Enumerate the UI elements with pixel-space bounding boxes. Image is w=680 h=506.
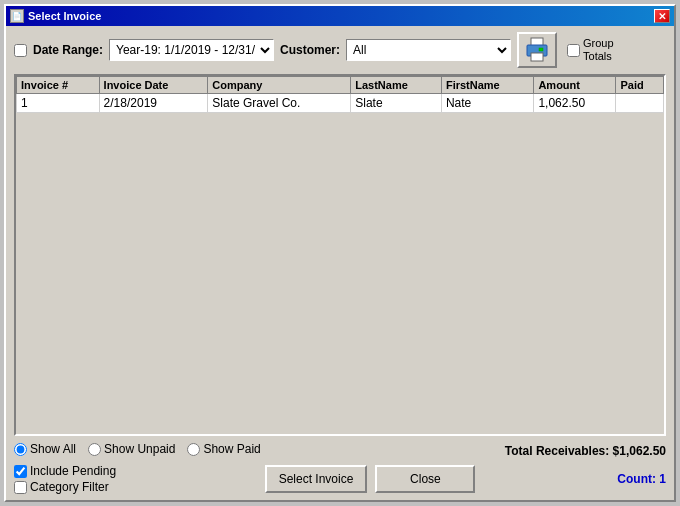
- invoice-table-container: Invoice # Invoice Date Company LastName …: [14, 74, 666, 436]
- window-content: Date Range: Year-19: 1/1/2019 - 12/31/20…: [6, 26, 674, 500]
- total-receivables: Total Receivables: $1,062.50: [505, 444, 666, 458]
- count-label: Count: 1: [616, 472, 666, 486]
- col-amount: Amount: [534, 77, 616, 94]
- group-totals-checkbox-area: Group Totals: [567, 37, 614, 63]
- show-paid-label: Show Paid: [203, 442, 260, 456]
- title-bar-left: 📄 Select Invoice: [10, 9, 101, 23]
- svg-rect-2: [531, 53, 543, 61]
- cell-amount: 1,062.50: [534, 94, 616, 113]
- include-pending-text: Include Pending: [30, 464, 116, 478]
- col-company: Company: [208, 77, 351, 94]
- date-range-checkbox[interactable]: [14, 44, 27, 57]
- group-totals-area: Group Totals: [567, 37, 614, 63]
- toolbar: Date Range: Year-19: 1/1/2019 - 12/31/20…: [14, 32, 666, 68]
- table-row[interactable]: 12/18/2019Slate Gravel Co.SlateNate1,062…: [17, 94, 664, 113]
- cell-paid: [616, 94, 664, 113]
- cell-lastname: Slate: [351, 94, 442, 113]
- main-window: 📄 Select Invoice ✕ Date Range: Year-19: …: [4, 4, 676, 502]
- window-icon: 📄: [10, 9, 24, 23]
- include-pending-label[interactable]: Include Pending: [14, 464, 116, 478]
- show-paid-radio[interactable]: [187, 443, 200, 456]
- select-invoice-button[interactable]: Select Invoice: [265, 465, 368, 493]
- customer-label: Customer:: [280, 43, 340, 57]
- date-range-label: Date Range:: [33, 43, 103, 57]
- col-paid: Paid: [616, 77, 664, 94]
- cell-date: 2/18/2019: [99, 94, 208, 113]
- category-filter-text: Category Filter: [30, 480, 109, 494]
- printer-icon: [523, 36, 551, 64]
- show-unpaid-radio-label[interactable]: Show Unpaid: [88, 442, 175, 456]
- cell-company: Slate Gravel Co.: [208, 94, 351, 113]
- show-all-label: Show All: [30, 442, 76, 456]
- window-title: Select Invoice: [28, 10, 101, 22]
- filter-radio-group: Show All Show Unpaid Show Paid: [14, 442, 261, 456]
- customer-dropdown[interactable]: All: [346, 39, 511, 61]
- cell-invoice: 1: [17, 94, 100, 113]
- category-filter-label[interactable]: Category Filter: [14, 480, 116, 494]
- svg-rect-3: [539, 48, 543, 51]
- show-all-radio-label[interactable]: Show All: [14, 442, 76, 456]
- window-close-button[interactable]: ✕: [654, 9, 670, 23]
- col-lastname: LastName: [351, 77, 442, 94]
- radio-totals-row: Show All Show Unpaid Show Paid Total Rec…: [14, 442, 666, 460]
- show-all-radio[interactable]: [14, 443, 27, 456]
- show-unpaid-label: Show Unpaid: [104, 442, 175, 456]
- cell-firstname: Nate: [441, 94, 533, 113]
- bottom-row: Include Pending Category Filter Select I…: [14, 464, 666, 494]
- bottom-buttons: Select Invoice Close: [130, 465, 610, 493]
- invoice-table: Invoice # Invoice Date Company LastName …: [16, 76, 664, 113]
- include-pending-checkbox[interactable]: [14, 465, 27, 478]
- table-header-row: Invoice # Invoice Date Company LastName …: [17, 77, 664, 94]
- col-invoice-date: Invoice Date: [99, 77, 208, 94]
- printer-button[interactable]: [517, 32, 557, 68]
- group-totals-label: Group Totals: [583, 37, 614, 63]
- show-unpaid-radio[interactable]: [88, 443, 101, 456]
- category-filter-checkbox[interactable]: [14, 481, 27, 494]
- col-firstname: FirstName: [441, 77, 533, 94]
- group-totals-checkbox[interactable]: [567, 44, 580, 57]
- show-paid-radio-label[interactable]: Show Paid: [187, 442, 260, 456]
- bottom-checkboxes: Include Pending Category Filter: [14, 464, 116, 494]
- col-invoice-num: Invoice #: [17, 77, 100, 94]
- date-range-dropdown[interactable]: Year-19: 1/1/2019 - 12/31/2019: [109, 39, 274, 61]
- title-bar: 📄 Select Invoice ✕: [6, 6, 674, 26]
- close-button[interactable]: Close: [375, 465, 475, 493]
